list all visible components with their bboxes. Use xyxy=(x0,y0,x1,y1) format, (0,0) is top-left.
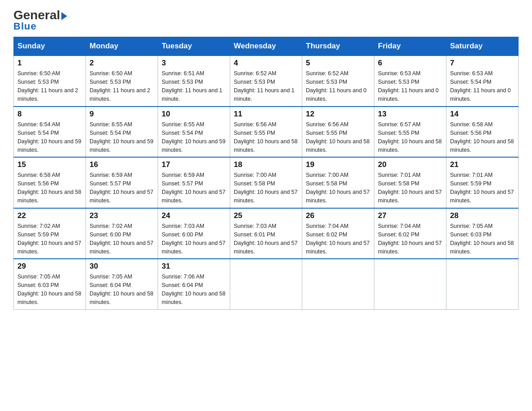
calendar-cell: 7 Sunrise: 6:53 AMSunset: 5:54 PMDayligh… xyxy=(446,56,519,107)
calendar-cell: 20 Sunrise: 7:01 AMSunset: 5:58 PMDaylig… xyxy=(374,157,446,208)
day-number: 30 xyxy=(90,262,154,271)
day-info: Sunrise: 6:52 AMSunset: 5:53 PMDaylight:… xyxy=(306,70,367,102)
day-number: 7 xyxy=(450,59,515,68)
calendar-cell xyxy=(446,259,519,309)
calendar-cell xyxy=(302,259,374,309)
calendar-cell: 30 Sunrise: 7:05 AMSunset: 6:04 PMDaylig… xyxy=(86,259,158,309)
day-info: Sunrise: 7:02 AMSunset: 6:00 PMDaylight:… xyxy=(90,223,153,255)
calendar-cell: 2 Sunrise: 6:50 AMSunset: 5:53 PMDayligh… xyxy=(86,56,158,107)
weekday-header-tuesday: Tuesday xyxy=(158,37,230,56)
day-number: 13 xyxy=(378,110,442,119)
day-info: Sunrise: 6:55 AMSunset: 5:54 PMDaylight:… xyxy=(90,121,153,153)
calendar-week-3: 15 Sunrise: 6:58 AMSunset: 5:56 PMDaylig… xyxy=(14,157,519,208)
day-number: 9 xyxy=(90,110,154,119)
calendar-cell: 24 Sunrise: 7:03 AMSunset: 6:00 PMDaylig… xyxy=(158,208,230,259)
calendar-cell: 12 Sunrise: 6:56 AMSunset: 5:55 PMDaylig… xyxy=(302,107,374,158)
day-number: 10 xyxy=(162,110,226,119)
day-info: Sunrise: 6:56 AMSunset: 5:55 PMDaylight:… xyxy=(234,121,297,153)
day-info: Sunrise: 7:05 AMSunset: 6:04 PMDaylight:… xyxy=(90,274,153,305)
day-number: 5 xyxy=(306,59,370,68)
calendar-week-1: 1 Sunrise: 6:50 AMSunset: 5:53 PMDayligh… xyxy=(14,56,519,107)
calendar-cell: 15 Sunrise: 6:58 AMSunset: 5:56 PMDaylig… xyxy=(14,157,86,208)
day-number: 8 xyxy=(17,110,82,119)
day-number: 26 xyxy=(306,211,370,220)
day-info: Sunrise: 6:51 AMSunset: 5:53 PMDaylight:… xyxy=(162,70,223,102)
day-number: 17 xyxy=(162,160,226,169)
calendar-cell: 31 Sunrise: 7:06 AMSunset: 6:04 PMDaylig… xyxy=(158,259,230,309)
day-info: Sunrise: 6:53 AMSunset: 5:54 PMDaylight:… xyxy=(450,70,511,102)
day-number: 24 xyxy=(162,211,226,220)
day-number: 22 xyxy=(17,211,82,220)
logo-line1: General xyxy=(13,9,67,21)
calendar-cell xyxy=(230,259,302,309)
day-number: 15 xyxy=(17,160,82,169)
calendar-cell: 5 Sunrise: 6:52 AMSunset: 5:53 PMDayligh… xyxy=(302,56,374,107)
day-info: Sunrise: 7:03 AMSunset: 6:01 PMDaylight:… xyxy=(234,223,297,255)
calendar-cell: 21 Sunrise: 7:01 AMSunset: 5:59 PMDaylig… xyxy=(446,157,519,208)
weekday-header-row: SundayMondayTuesdayWednesdayThursdayFrid… xyxy=(14,37,519,56)
calendar-cell: 10 Sunrise: 6:55 AMSunset: 5:54 PMDaylig… xyxy=(158,107,230,158)
day-info: Sunrise: 6:57 AMSunset: 5:55 PMDaylight:… xyxy=(378,121,442,153)
day-number: 12 xyxy=(306,110,370,119)
day-info: Sunrise: 7:02 AMSunset: 5:59 PMDaylight:… xyxy=(17,223,81,255)
day-number: 19 xyxy=(306,160,370,169)
day-info: Sunrise: 6:56 AMSunset: 5:55 PMDaylight:… xyxy=(306,121,369,153)
calendar-cell: 22 Sunrise: 7:02 AMSunset: 5:59 PMDaylig… xyxy=(14,208,86,259)
day-info: Sunrise: 6:58 AMSunset: 5:56 PMDaylight:… xyxy=(17,172,81,204)
day-number: 20 xyxy=(378,160,442,169)
day-info: Sunrise: 7:04 AMSunset: 6:02 PMDaylight:… xyxy=(306,223,369,255)
weekday-header-friday: Friday xyxy=(374,37,446,56)
day-info: Sunrise: 6:54 AMSunset: 5:54 PMDaylight:… xyxy=(17,121,81,153)
day-number: 31 xyxy=(162,262,226,271)
day-number: 11 xyxy=(234,110,298,119)
calendar-cell: 1 Sunrise: 6:50 AMSunset: 5:53 PMDayligh… xyxy=(14,56,86,107)
day-info: Sunrise: 7:04 AMSunset: 6:02 PMDaylight:… xyxy=(378,223,442,255)
day-info: Sunrise: 6:50 AMSunset: 5:53 PMDaylight:… xyxy=(17,70,78,102)
logo: General Blue xyxy=(13,9,67,32)
day-info: Sunrise: 7:06 AMSunset: 6:04 PMDaylight:… xyxy=(162,274,225,305)
calendar-cell: 4 Sunrise: 6:52 AMSunset: 5:53 PMDayligh… xyxy=(230,56,302,107)
calendar-cell: 13 Sunrise: 6:57 AMSunset: 5:55 PMDaylig… xyxy=(374,107,446,158)
weekday-header-thursday: Thursday xyxy=(302,37,374,56)
day-number: 16 xyxy=(90,160,154,169)
weekday-header-wednesday: Wednesday xyxy=(230,37,302,56)
day-number: 29 xyxy=(17,262,82,271)
calendar-week-5: 29 Sunrise: 7:05 AMSunset: 6:03 PMDaylig… xyxy=(14,259,519,309)
day-number: 21 xyxy=(450,160,515,169)
weekday-header-saturday: Saturday xyxy=(446,37,519,56)
calendar-cell: 25 Sunrise: 7:03 AMSunset: 6:01 PMDaylig… xyxy=(230,208,302,259)
day-number: 14 xyxy=(450,110,515,119)
calendar-cell: 8 Sunrise: 6:54 AMSunset: 5:54 PMDayligh… xyxy=(14,107,86,158)
calendar-cell: 19 Sunrise: 7:00 AMSunset: 5:58 PMDaylig… xyxy=(302,157,374,208)
day-info: Sunrise: 6:59 AMSunset: 5:57 PMDaylight:… xyxy=(162,172,225,204)
day-info: Sunrise: 6:52 AMSunset: 5:53 PMDaylight:… xyxy=(234,70,295,102)
day-number: 27 xyxy=(378,211,442,220)
day-info: Sunrise: 7:01 AMSunset: 5:59 PMDaylight:… xyxy=(450,172,514,204)
calendar-cell: 28 Sunrise: 7:05 AMSunset: 6:03 PMDaylig… xyxy=(446,208,519,259)
day-info: Sunrise: 6:58 AMSunset: 5:56 PMDaylight:… xyxy=(450,121,514,153)
day-number: 25 xyxy=(234,211,298,220)
day-info: Sunrise: 7:03 AMSunset: 6:00 PMDaylight:… xyxy=(162,223,225,255)
calendar-cell: 29 Sunrise: 7:05 AMSunset: 6:03 PMDaylig… xyxy=(14,259,86,309)
calendar-cell: 9 Sunrise: 6:55 AMSunset: 5:54 PMDayligh… xyxy=(86,107,158,158)
weekday-header-monday: Monday xyxy=(86,37,158,56)
calendar-cell: 27 Sunrise: 7:04 AMSunset: 6:02 PMDaylig… xyxy=(374,208,446,259)
day-number: 18 xyxy=(234,160,298,169)
day-info: Sunrise: 7:05 AMSunset: 6:03 PMDaylight:… xyxy=(17,274,81,305)
calendar-cell: 17 Sunrise: 6:59 AMSunset: 5:57 PMDaylig… xyxy=(158,157,230,208)
calendar-cell: 14 Sunrise: 6:58 AMSunset: 5:56 PMDaylig… xyxy=(446,107,519,158)
calendar-week-2: 8 Sunrise: 6:54 AMSunset: 5:54 PMDayligh… xyxy=(14,107,519,158)
day-number: 4 xyxy=(234,59,298,68)
day-number: 3 xyxy=(162,59,226,68)
day-info: Sunrise: 7:00 AMSunset: 5:58 PMDaylight:… xyxy=(306,172,369,204)
weekday-header-sunday: Sunday xyxy=(14,37,86,56)
day-number: 23 xyxy=(90,211,154,220)
calendar-cell: 16 Sunrise: 6:59 AMSunset: 5:57 PMDaylig… xyxy=(86,157,158,208)
calendar-cell: 18 Sunrise: 7:00 AMSunset: 5:58 PMDaylig… xyxy=(230,157,302,208)
day-number: 2 xyxy=(90,59,154,68)
day-info: Sunrise: 6:59 AMSunset: 5:57 PMDaylight:… xyxy=(90,172,153,204)
calendar-cell: 23 Sunrise: 7:02 AMSunset: 6:00 PMDaylig… xyxy=(86,208,158,259)
calendar-cell: 11 Sunrise: 6:56 AMSunset: 5:55 PMDaylig… xyxy=(230,107,302,158)
calendar-cell: 3 Sunrise: 6:51 AMSunset: 5:53 PMDayligh… xyxy=(158,56,230,107)
day-info: Sunrise: 6:50 AMSunset: 5:53 PMDaylight:… xyxy=(90,70,150,102)
